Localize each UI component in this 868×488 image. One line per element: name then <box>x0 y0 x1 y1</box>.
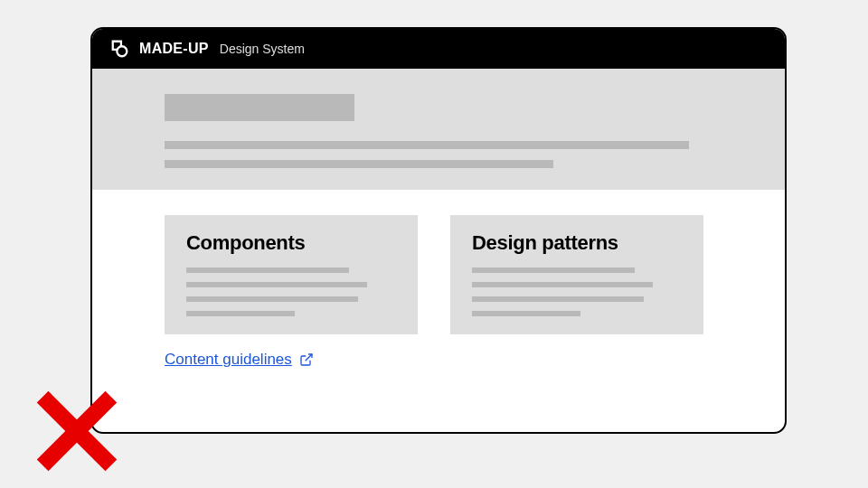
skeleton-line <box>186 311 295 316</box>
card-components[interactable]: Components <box>165 215 418 334</box>
link-row: Content guidelines <box>92 351 785 369</box>
svg-line-1 <box>305 354 311 361</box>
hero-section <box>92 69 785 190</box>
cards-row: Components Design patterns <box>92 190 785 351</box>
skeleton-line <box>472 296 644 302</box>
card-title: Design patterns <box>472 231 682 255</box>
content-guidelines-link[interactable]: Content guidelines <box>165 351 292 369</box>
card-title: Components <box>186 231 396 255</box>
skeleton-line <box>186 282 367 287</box>
reject-x-icon <box>36 390 118 472</box>
skeleton-line <box>165 160 553 168</box>
example-window: MADE-UP Design System Components Design … <box>90 27 787 434</box>
brand-name: MADE-UP <box>139 41 209 57</box>
svg-point-0 <box>117 46 127 56</box>
title-bar: MADE-UP Design System <box>92 29 785 69</box>
card-design-patterns[interactable]: Design patterns <box>450 215 703 334</box>
skeleton-line <box>472 311 580 316</box>
skeleton-line <box>472 282 653 287</box>
skeleton-title <box>165 94 354 121</box>
skeleton-line <box>186 267 349 273</box>
external-link-icon <box>299 352 314 367</box>
skeleton-line <box>186 296 358 302</box>
logo-icon <box>110 39 130 59</box>
skeleton-line <box>165 141 689 149</box>
skeleton-line <box>472 267 635 273</box>
brand-sub: Design System <box>220 42 305 56</box>
